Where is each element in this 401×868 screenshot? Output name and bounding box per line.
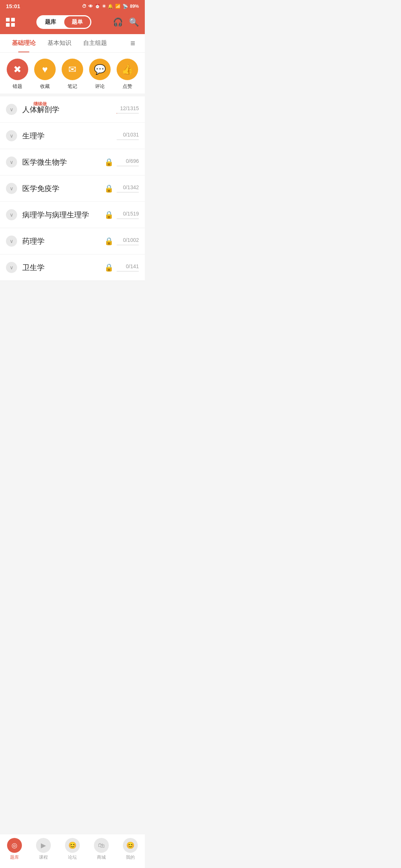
tab-library-button[interactable]: 题库	[38, 16, 63, 28]
subject-name: 医学微生物学	[22, 157, 104, 167]
app-menu-icon[interactable]	[6, 18, 15, 27]
status-bar: 15:01 ⏱ 👁 ⏰ ✳ 🔔 📶 📡 89%	[0, 0, 145, 11]
main-content: ✖ 错题 ♥ 收藏 ✉ 笔记 💬 评论 👍 点赞 ∨ 人体解剖学 继续做 12/…	[0, 53, 145, 310]
progress-bar	[117, 113, 139, 114]
chevron-down-icon: ∨	[6, 236, 17, 247]
subject-progress: 0/696	[117, 158, 139, 167]
like-icon: 👍	[117, 59, 138, 80]
progress-fill	[117, 113, 117, 114]
tab-switcher: 题库 题单	[36, 15, 91, 29]
subject-progress: 0/1342	[117, 184, 139, 193]
subject-name: 病理学与病理生理学	[22, 210, 104, 220]
progress-bar	[117, 218, 139, 219]
progress-bar	[117, 244, 139, 246]
subject-item[interactable]: ∨ 生理学 0/1031	[0, 123, 145, 149]
qa-wrong[interactable]: ✖ 错题	[7, 59, 28, 90]
lock-icon: 🔒	[104, 210, 114, 219]
qa-like[interactable]: 👍 点赞	[117, 59, 138, 90]
sub-nav-basic-theory[interactable]: 基础理论	[6, 34, 42, 52]
header: 题库 题单 🎧 🔍	[0, 11, 145, 34]
subject-count: 0/1002	[123, 237, 139, 243]
headphone-icon[interactable]: 🎧	[113, 17, 123, 27]
chevron-down-icon: ∨	[6, 104, 17, 115]
subject-count: 0/1342	[123, 184, 139, 190]
subject-item[interactable]: ∨ 药理学 🔒 0/1002	[0, 228, 145, 254]
subject-progress: 12/1315	[117, 105, 139, 114]
alarm-icon: ⏰	[95, 4, 100, 9]
collect-icon: ♥	[34, 59, 56, 80]
subject-progress: 0/1002	[117, 237, 139, 246]
subject-count: 0/1519	[123, 211, 139, 217]
chevron-down-icon: ∨	[6, 262, 17, 273]
subject-count: 12/1315	[120, 105, 139, 111]
progress-bar	[117, 192, 139, 193]
lock-icon: 🔒	[104, 263, 114, 272]
header-actions: 🎧 🔍	[113, 17, 139, 27]
sub-nav: 基础理论 基本知识 自主组题 ≡	[0, 34, 145, 53]
chevron-down-icon: ∨	[6, 157, 17, 168]
chevron-down-icon: ∨	[6, 209, 17, 220]
subject-progress: 0/1519	[117, 211, 139, 219]
battery-icon: 89%	[130, 4, 139, 9]
subject-name: 卫生学	[22, 263, 104, 273]
eye-icon: 👁	[88, 4, 93, 9]
qa-comments-label: 评论	[95, 83, 105, 90]
subject-progress: 0/1031	[117, 132, 139, 140]
subject-item[interactable]: ∨ 卫生学 🔒 0/141	[0, 254, 145, 281]
chevron-down-icon: ∨	[6, 183, 17, 194]
mute-icon: 🔔	[108, 4, 113, 9]
progress-bar	[117, 271, 139, 272]
subject-item[interactable]: ∨ 医学微生物学 🔒 0/696	[0, 149, 145, 175]
qa-notes[interactable]: ✉ 笔记	[62, 59, 83, 90]
sub-nav-custom[interactable]: 自主组题	[77, 34, 113, 52]
menu-icon[interactable]: ≡	[127, 35, 139, 52]
lock-icon: 🔒	[104, 184, 114, 193]
status-icons: ⏱ 👁 ⏰ ✳ 🔔 📶 📡 89%	[82, 4, 139, 9]
subject-count: 0/1031	[123, 132, 139, 138]
continue-badge: 继续做	[33, 101, 47, 107]
subject-count: 0/141	[126, 263, 139, 269]
wifi-icon: 📶	[115, 4, 121, 9]
subject-name: 医学免疫学	[22, 184, 104, 194]
progress-bar	[117, 139, 139, 140]
quick-access-section: ✖ 错题 ♥ 收藏 ✉ 笔记 💬 评论 👍 点赞	[0, 53, 145, 93]
sub-nav-basic-knowledge[interactable]: 基本知识	[42, 34, 77, 52]
wrong-icon: ✖	[7, 59, 28, 80]
lock-icon: 🔒	[104, 158, 114, 167]
qa-wrong-label: 错题	[13, 83, 22, 90]
chevron-down-icon: ∨	[6, 130, 17, 141]
comments-icon: 💬	[89, 59, 111, 80]
qa-comments[interactable]: 💬 评论	[89, 59, 111, 90]
subject-list: ∨ 人体解剖学 继续做 12/1315 ∨ 生理学 0/1031 ∨	[0, 96, 145, 281]
notes-icon: ✉	[62, 59, 83, 80]
qa-like-label: 点赞	[123, 83, 132, 90]
subject-progress: 0/141	[117, 263, 139, 272]
progress-bar	[117, 165, 139, 167]
subject-item[interactable]: ∨ 病理学与病理生理学 🔒 0/1519	[0, 202, 145, 228]
lock-icon: 🔒	[104, 237, 114, 246]
qa-notes-label: 笔记	[68, 83, 77, 90]
signal-icon: 📡	[123, 4, 128, 9]
subject-count: 0/696	[126, 158, 139, 164]
subject-item[interactable]: ∨ 医学免疫学 🔒 0/1342	[0, 175, 145, 202]
subject-name: 生理学	[22, 131, 117, 141]
subject-item[interactable]: ∨ 人体解剖学 继续做 12/1315	[0, 96, 145, 123]
tab-list-button[interactable]: 题单	[64, 16, 90, 28]
qa-collect-label: 收藏	[40, 83, 50, 90]
subject-name: 药理学	[22, 236, 104, 246]
qa-collect[interactable]: ♥ 收藏	[34, 59, 56, 90]
timer-icon: ⏱	[82, 4, 87, 9]
search-icon[interactable]: 🔍	[129, 17, 139, 27]
bluetooth-icon: ✳	[102, 4, 106, 9]
status-time: 15:01	[6, 3, 20, 9]
